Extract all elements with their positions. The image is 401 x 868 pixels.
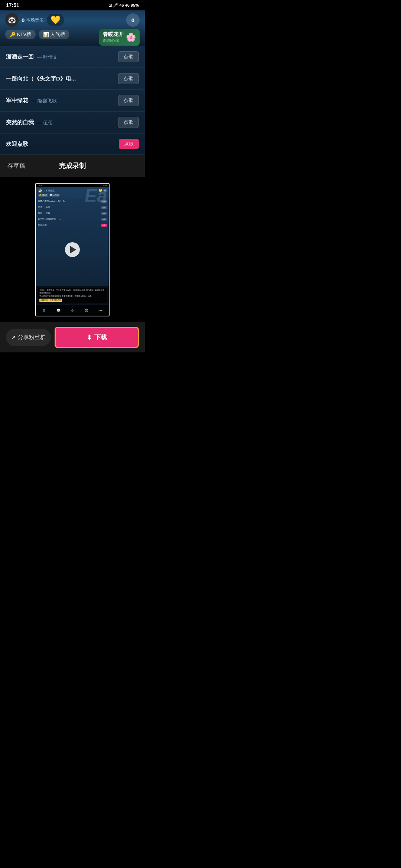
thumb-avatar: 🐼 — [38, 188, 42, 193]
order-button-5[interactable]: 点歌 — [119, 139, 139, 149]
signal2-icon: 46 — [125, 3, 130, 7]
save-draft-button[interactable]: 存草稿 — [7, 162, 25, 170]
play-triangle-icon — [70, 246, 76, 253]
song-title-5: 欢迎点歌 — [6, 141, 28, 148]
spring-banner[interactable]: 春暖花开 新增心愿 🌸 — [99, 29, 140, 46]
thumb-order-btn-5: 点歌 — [101, 224, 107, 227]
thumb-song-2: 红酒 — 买辈 点歌 — [38, 204, 107, 210]
song-title-4: 突然的自我 — 伍佰 — [6, 119, 53, 126]
battery-icon: 95% — [131, 3, 139, 7]
spring-subtitle: 新增心愿 — [103, 38, 124, 43]
thumb-order-btn-1: 点歌 — [101, 200, 107, 203]
top-user-row: 🐼 0 本场音浪 💛 0 — [5, 13, 140, 27]
status-bar: 17:51 ⊡ 🎤 46 46 95% — [0, 0, 145, 10]
song-item-4: 突然的自我 — 伍佰 点歌 — [0, 112, 145, 134]
finish-record-button[interactable]: 完成录制 — [59, 161, 86, 170]
thumb-tags: 🔑 KTV榜 📊 人气榜 — [38, 194, 107, 197]
chart-icon: 📊 — [43, 32, 49, 37]
thumb-bottom-area: 当行为，若有违反，平台暂停支付收益、冻结同时向相关部门依法。如因此给平台造成损运… — [36, 286, 109, 305]
song-title-1: 潇洒走一回 — 叶倩文 — [6, 53, 58, 60]
wave-number: 0 — [22, 17, 25, 23]
signal-icon: 46 — [119, 3, 124, 7]
thumb-wave-label: 0 本场音浪 — [44, 189, 55, 193]
video-thumbnail[interactable]: 17:50 95% 🐼 0 本场音浪 💛 0 🔑 KTV榜 — [35, 183, 110, 316]
user-info: 🐼 0 本场音浪 💛 — [5, 13, 64, 27]
thumb-warning-text2: 平台特别可能您获得现状效果受开播质量、因素综合影响。如流。 — [39, 295, 105, 298]
order-button-2[interactable]: 点歌 — [118, 73, 139, 84]
song-item-1: 潇洒走一回 — 叶倩文 点歌 — [0, 46, 145, 68]
song-item-5: 欢迎点歌 点歌 — [0, 134, 145, 155]
cast-icon: ⊡ — [108, 3, 112, 8]
thumb-song-text-1: 普格心魔(Remix) — 斯可儿 — [38, 200, 65, 203]
mic-icon: 🎤 — [113, 3, 118, 8]
thumb-song-text-2: 红酒 — 买辈 — [38, 206, 50, 209]
thumb-song-1: 普格心魔(Remix) — 斯可儿 点歌 — [38, 198, 107, 204]
thumb-ktv-tag: 🔑 KTV榜 — [38, 194, 48, 197]
thumb-song-text-5: 欢迎点歌 — [38, 223, 47, 227]
thumb-song-list: 普格心魔(Remix) — 斯可儿 点歌 红酒 — 买辈 点歌 成都 — 赵雷 … — [36, 198, 109, 229]
thumb-home-icon: ⊞ — [43, 309, 46, 312]
thumb-status-bar: 17:50 95% — [36, 184, 109, 187]
ktv-chart-tag[interactable]: 🔑 KTV榜 — [5, 30, 36, 39]
thumb-zero-badge: 0 — [103, 189, 107, 193]
download-button[interactable]: ⬇ 下载 — [55, 327, 139, 348]
share-fans-button[interactable]: ↗ 分享粉丝群 — [6, 329, 51, 346]
thumb-nav-bar: ⊞ 💬 ⊙ ⏻ ••• — [36, 305, 109, 316]
popular-tag-label: 人气榜 — [50, 31, 65, 38]
thumb-song-5: 欢迎点歌 点歌 — [38, 222, 107, 228]
heart-icon: 💛 — [50, 15, 61, 25]
order-button-1[interactable]: 点歌 — [118, 51, 139, 62]
song-item-3: 军中绿花 — 隆鑫飞歌 点歌 — [0, 90, 145, 112]
thumb-user-row: 🐼 0 本场音浪 💛 0 — [38, 188, 107, 193]
thumb-song-4: 我的快乐就是想你 — ... 点歌 — [38, 216, 107, 222]
record-bar: 存草稿 完成录制 — [0, 155, 145, 177]
thumb-order-btn-2: 点歌 — [101, 206, 107, 209]
thumb-heart-icon: 💛 — [98, 189, 102, 193]
share-label: 分享粉丝群 — [18, 334, 46, 341]
thumb-top-area: 🐼 0 本场音浪 💛 0 🔑 KTV榜 📊 人气榜 — [36, 187, 109, 198]
song-list: 潇洒走一回 — 叶倩文 点歌 一路向北（《头文字D》电... 点歌 军中绿花 —… — [0, 46, 145, 155]
thumb-song-text-4: 我的快乐就是想你 — ... — [38, 217, 61, 221]
wave-count: 0 本场音浪 — [22, 17, 44, 23]
song-title-2: 一路向北（《头文字D》电... — [6, 75, 76, 82]
song-item-2: 一路向北（《头文字D》电... 点歌 — [0, 68, 145, 90]
thumb-icons: 95% — [103, 184, 107, 187]
status-time: 17:51 — [6, 2, 19, 8]
thumb-power-icon: ⏻ — [85, 309, 88, 312]
main-area: 17:50 95% 🐼 0 本场音浪 💛 0 🔑 KTV榜 — [0, 177, 145, 352]
wave-label: 本场音浪 — [26, 17, 44, 23]
ktv-section: 🐼 0 本场音浪 💛 0 🔑 KTV榜 📊 人气榜 春暖花开 新增心愿 🌸 — [0, 10, 145, 46]
heart-button[interactable]: 💛 — [47, 14, 64, 26]
ktv-tag-label: KTV榜 — [17, 31, 31, 38]
download-label: 下载 — [94, 333, 107, 342]
flower-icon: 🌸 — [126, 33, 136, 42]
popular-chart-tag[interactable]: 📊 人气榜 — [39, 30, 69, 39]
order-button-3[interactable]: 点歌 — [118, 95, 139, 106]
key-icon: 🔑 — [10, 32, 16, 37]
spring-text: 春暖花开 新增心愿 — [103, 31, 124, 43]
order-button-4[interactable]: 点歌 — [118, 117, 139, 128]
thumb-coupon: 领取完毕，点击立即使用 — [39, 299, 62, 302]
zero-badge: 0 — [126, 13, 140, 27]
thumb-order-btn-4: 点歌 — [101, 218, 107, 221]
avatar: 🐼 — [5, 13, 19, 27]
download-icon: ⬇ — [87, 333, 92, 342]
thumb-warning-box: 当行为，若有违反，平台暂停支付收益、冻结同时向相关部门依法。如因此给平台造成损运… — [38, 288, 107, 303]
play-button-overlay[interactable] — [65, 242, 80, 257]
thumb-warning-text: 当行为，若有违反，平台暂停支付收益、冻结同时向相关部门依法。如因此给平台造成损运… — [39, 289, 105, 295]
spring-title: 春暖花开 — [103, 31, 124, 38]
thumb-order-btn-3: 点歌 — [101, 212, 107, 215]
thumb-song-3: 成都 — 赵雷 点歌 — [38, 210, 107, 216]
thumb-popular-tag: 📊 人气榜 — [49, 194, 59, 197]
thumb-more-icon: ••• — [98, 309, 102, 312]
bottom-action-bar: ↗ 分享粉丝群 ⬇ 下载 — [0, 322, 145, 352]
thumbnail-inner: 17:50 95% 🐼 0 本场音浪 💛 0 🔑 KTV榜 — [36, 184, 109, 316]
thumb-profile-icon: ⊙ — [71, 309, 74, 312]
thumb-time: 17:50 — [38, 184, 43, 187]
song-title-3: 军中绿花 — 隆鑫飞歌 — [6, 97, 57, 104]
share-icon: ↗ — [11, 334, 16, 341]
thumb-chat-icon: 💬 — [56, 309, 61, 312]
thumb-song-text-3: 成都 — 赵雷 — [38, 211, 50, 215]
status-icons: ⊡ 🎤 46 46 95% — [108, 3, 139, 8]
